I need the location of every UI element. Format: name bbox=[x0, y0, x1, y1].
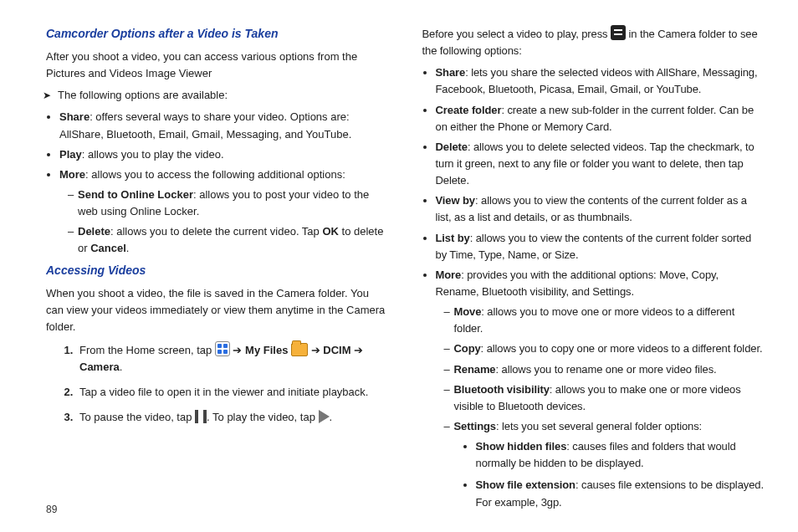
settings-sublist: Show hidden files: causes files and fold… bbox=[454, 438, 765, 511]
option-play: Play: allows you to play the video. bbox=[59, 146, 389, 163]
term: More bbox=[436, 269, 462, 281]
text: : allows you to rename one or more video… bbox=[495, 363, 716, 376]
camcorder-option-list: Share: offers several ways to share your… bbox=[46, 109, 389, 257]
term: Rename bbox=[454, 363, 496, 376]
sub-copy: Copy: allows you to copy one or more vid… bbox=[444, 340, 765, 357]
text-a: : allows you to delete the current video… bbox=[110, 225, 322, 238]
sub-rename: Rename: allows you to rename one or more… bbox=[444, 361, 765, 378]
text: : allows you to play the video. bbox=[82, 148, 224, 161]
steps-list: From the Home screen, tap ➔ My Files ➔ D… bbox=[46, 341, 389, 427]
text: : allows you to delete selected videos. … bbox=[436, 141, 755, 187]
term: Create folder bbox=[436, 104, 502, 116]
more-send-online: Send to Online Locker: allows you to pos… bbox=[68, 187, 389, 220]
manual-page: Camcorder Options after a Video is Taken… bbox=[0, 0, 798, 532]
text: : allows you to move one or more videos … bbox=[454, 305, 735, 335]
more-sublist: Send to Online Locker: allows you to pos… bbox=[59, 187, 389, 258]
term: Copy bbox=[454, 342, 481, 355]
opt-share: Share: lets you share the selected video… bbox=[436, 64, 765, 98]
sub-bluetooth: Bluetooth visibility: allows you to make… bbox=[444, 381, 765, 415]
step3-b: . To play the video, tap bbox=[207, 411, 318, 423]
menu-icon bbox=[611, 25, 626, 40]
camera-folder-options: Share: lets you share the selected video… bbox=[422, 64, 765, 510]
dcim-label: DCIM bbox=[323, 344, 350, 356]
term: Settings bbox=[454, 420, 496, 432]
term: Share bbox=[59, 110, 90, 123]
tail: . bbox=[126, 242, 130, 254]
term: Play bbox=[59, 148, 82, 161]
text: : allows you to access the following add… bbox=[85, 168, 345, 181]
sub-settings: Settings: lets you set several general f… bbox=[444, 418, 765, 511]
ok-label: OK bbox=[322, 225, 339, 238]
text: : offers several ways to share your vide… bbox=[59, 110, 351, 140]
arrow-3: ➔ bbox=[354, 344, 363, 356]
option-more: More: allows you to access the following… bbox=[59, 166, 389, 258]
more-sublist-right: Move: allows you to move one or more vid… bbox=[436, 304, 765, 511]
term: Send to Online Locker bbox=[78, 188, 193, 201]
step-1: From the Home screen, tap ➔ My Files ➔ D… bbox=[76, 341, 389, 376]
opt-view-by: View by: allows you to view the contents… bbox=[436, 192, 765, 226]
step-3: To pause the video, tap . To play the vi… bbox=[76, 409, 389, 426]
right-intro: Before you select a video to play, press… bbox=[422, 25, 765, 59]
term: View by bbox=[436, 194, 475, 207]
available-text: The following options are available: bbox=[58, 87, 228, 104]
para-access: When you shoot a video, the file is save… bbox=[46, 285, 389, 335]
right-intro-a: Before you select a video to play, press bbox=[422, 28, 611, 40]
term: Move bbox=[454, 305, 482, 318]
term: Delete bbox=[78, 225, 110, 238]
opt-delete: Delete: allows you to delete selected vi… bbox=[436, 139, 765, 189]
pause-icon bbox=[195, 410, 207, 423]
text: : provides you with the additional optio… bbox=[436, 269, 719, 298]
opt-list-by: List by: allows you to view the contents… bbox=[436, 230, 765, 263]
right-column: Before you select a video to play, press… bbox=[422, 25, 765, 515]
term: Show file extension bbox=[476, 478, 575, 491]
step1-text-a: From the Home screen, tap bbox=[79, 344, 215, 356]
arrow-2: ➔ bbox=[311, 344, 320, 356]
arrow-1: ➔ bbox=[233, 344, 242, 356]
heading-camcorder-options: Camcorder Options after a Video is Taken bbox=[46, 25, 389, 43]
term: Delete bbox=[436, 141, 468, 153]
term: List by bbox=[436, 232, 470, 244]
apps-icon bbox=[215, 341, 230, 356]
text: : allows you to view the contents of the… bbox=[436, 232, 752, 261]
option-share: Share: offers several ways to share your… bbox=[59, 109, 389, 142]
set-extension: Show file extension: causes file extensi… bbox=[476, 477, 765, 510]
term: Share bbox=[436, 66, 466, 79]
camera-label: Camera bbox=[79, 361, 120, 373]
folder-icon bbox=[291, 343, 308, 356]
step-2: Tap a video file to open it in the viewe… bbox=[76, 384, 389, 401]
text: : allows you to view the contents of the… bbox=[436, 194, 747, 223]
text: : allows you to copy one or more videos … bbox=[481, 342, 763, 355]
sub-move: Move: allows you to move one or more vid… bbox=[444, 304, 765, 337]
more-delete: Delete: allows you to delete the current… bbox=[68, 223, 389, 257]
step3-a: To pause the video, tap bbox=[79, 411, 195, 423]
term: Show hidden files bbox=[476, 440, 567, 453]
opt-more: More: provides you with the additional o… bbox=[436, 267, 765, 511]
my-files-label: My Files bbox=[245, 344, 288, 356]
page-number: 89 bbox=[46, 504, 57, 515]
step3-tail: . bbox=[330, 411, 333, 423]
left-column: Camcorder Options after a Video is Taken… bbox=[46, 25, 389, 515]
heading-accessing-videos: Accessing Videos bbox=[46, 262, 389, 280]
set-hidden: Show hidden files: causes files and fold… bbox=[476, 438, 765, 472]
pointer-icon: ➤ bbox=[31, 87, 51, 104]
opt-create-folder: Create folder: create a new sub-folder i… bbox=[436, 102, 765, 136]
text: : lets you share the selected videos wit… bbox=[436, 66, 758, 95]
play-icon bbox=[319, 410, 330, 423]
available-line: ➤ The following options are available: bbox=[31, 87, 389, 104]
term: More bbox=[59, 168, 85, 181]
para-intro: After you shoot a video, you can access … bbox=[46, 49, 389, 82]
cancel-label: Cancel bbox=[90, 242, 126, 254]
term: Bluetooth visibility bbox=[454, 383, 550, 396]
text: : lets you set several general folder op… bbox=[496, 420, 702, 432]
